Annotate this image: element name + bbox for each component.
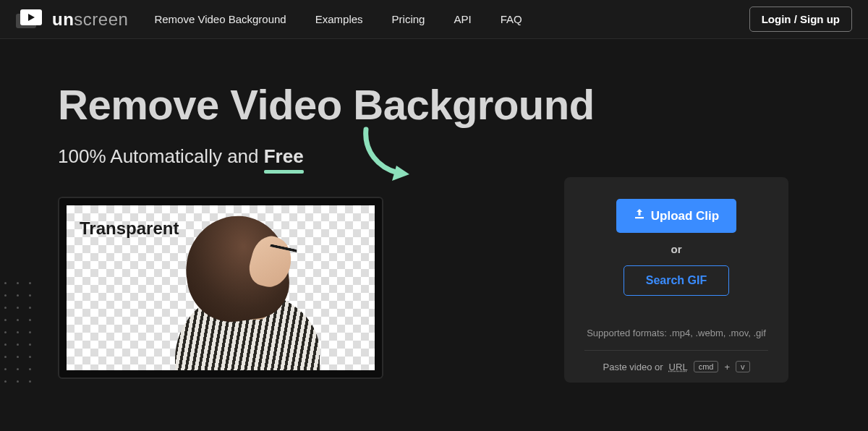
- search-gif-button[interactable]: Search GIF: [624, 265, 729, 296]
- nav-faq[interactable]: FAQ: [501, 13, 522, 25]
- svg-rect-4: [635, 217, 644, 218]
- upload-clip-button[interactable]: Upload Clip: [616, 199, 736, 233]
- hero-title: Remove Video Background: [58, 82, 810, 128]
- brand-logo[interactable]: unscreen: [16, 9, 128, 30]
- upload-panel: Upload Clip or Search GIF Supported form…: [564, 177, 788, 383]
- site-header: unscreen Remove Video Background Example…: [0, 0, 868, 39]
- play-card-icon: [16, 9, 45, 30]
- nav-api[interactable]: API: [454, 13, 471, 25]
- or-divider: or: [584, 243, 768, 255]
- upload-icon: [634, 208, 645, 223]
- nav-examples[interactable]: Examples: [315, 13, 363, 25]
- primary-nav: Remove Video Background Examples Pricing…: [154, 13, 522, 25]
- hero-subtitle: 100% Automatically and Free: [58, 145, 810, 168]
- kbd-v: v: [736, 361, 750, 372]
- nav-remove-bg[interactable]: Remove Video Background: [154, 13, 286, 25]
- kbd-cmd: cmd: [694, 361, 719, 372]
- login-signup-button[interactable]: Login / Sign up: [749, 7, 852, 32]
- transparency-canvas: Transparent: [67, 205, 375, 370]
- paste-hint: Paste video or URL cmd + v: [584, 350, 768, 383]
- hero-free-emphasis: Free: [264, 145, 304, 168]
- nav-pricing[interactable]: Pricing: [392, 13, 425, 25]
- video-preview-frame: Transparent: [58, 197, 383, 379]
- decorative-dots: [0, 282, 36, 427]
- upload-button-label: Upload Clip: [651, 209, 719, 223]
- paste-url-link[interactable]: URL: [669, 362, 688, 372]
- supported-formats: Supported formats: .mp4, .webm, .mov, .g…: [584, 328, 768, 338]
- brand-name: unscreen: [52, 9, 128, 30]
- svg-marker-3: [392, 166, 409, 181]
- preview-label: Transparent: [80, 218, 179, 239]
- arrow-icon: [353, 126, 414, 187]
- sample-person-cutout: [153, 215, 327, 370]
